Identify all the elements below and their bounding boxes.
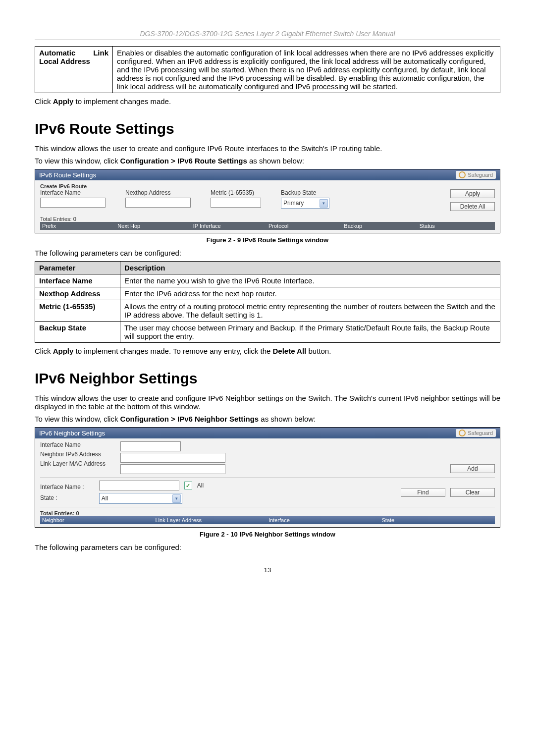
safeguard-label: Safeguard — [468, 430, 493, 436]
ipv6-neighbor-title: IPv6 Neighbor Settings — [35, 370, 500, 387]
neighbor-params-intro: The following parameters can be configur… — [35, 543, 500, 551]
breadcrumb: Configuration > IPv6 Neighbor Settings — [120, 415, 259, 423]
col-backup: Backup — [344, 223, 417, 229]
neighbor-screenshot: IPv6 Neighbor Settings Safeguard Interfa… — [35, 427, 500, 528]
route-fig-caption: Figure 2 - 9 IPv6 Route Settings window — [35, 236, 500, 244]
auto-link-param: Automatic Link Local Address — [35, 47, 113, 93]
panel-title: IPv6 Neighbor Settings — [39, 430, 105, 437]
ifname2-label: Interface Name : — [40, 484, 84, 490]
apply-word: Apply — [53, 97, 74, 106]
backup-select-value: Primary — [283, 200, 304, 207]
panel-title: IPv6 Route Settings — [39, 171, 96, 179]
ifname-label: Interface Name — [40, 441, 106, 448]
safeguard-label: Safeguard — [468, 172, 493, 178]
route-apply-note: Click Apply to implement changes made. T… — [35, 347, 500, 355]
mac-label: Link Layer MAC Address — [40, 460, 106, 467]
nexthop-label: Nexthop Address — [125, 189, 191, 196]
text: Click — [35, 347, 53, 355]
chevron-down-icon: ▾ — [320, 199, 328, 208]
text: To view this window, click — [35, 415, 120, 423]
apply-note-1: Click Apply to implement changes made. — [35, 97, 500, 106]
ifname2-input[interactable] — [99, 481, 179, 490]
route-screenshot: IPv6 Route Settings Safeguard Create IPv… — [35, 169, 500, 233]
param-name: Nexthop Address — [35, 287, 120, 300]
safeguard-icon — [459, 430, 466, 436]
safeguard-badge: Safeguard — [456, 429, 496, 437]
backup-label: Backup State — [281, 189, 329, 196]
text: button. — [306, 347, 331, 355]
col-protocol: Protocol — [268, 223, 342, 229]
neighbor-ip-input[interactable] — [120, 453, 225, 463]
param-desc: Allows the entry of a routing protocol m… — [120, 300, 500, 322]
nexthop-input[interactable] — [125, 198, 191, 208]
text: as shown below: — [247, 157, 304, 165]
create-route-label: Create IPv6 Route — [40, 183, 495, 189]
ifname-label: Interface Name — [40, 189, 106, 196]
neighbor-view: To view this window, click Configuration… — [35, 415, 500, 423]
find-button[interactable]: Find — [401, 488, 445, 497]
total-entries: Total Entries: 0 — [40, 510, 495, 516]
table-row: Metric (1-65535) Allows the entry of a r… — [35, 300, 500, 322]
col-lla: Link Layer Address — [156, 517, 267, 523]
safeguard-icon — [459, 171, 466, 178]
param-desc: The user may choose between Primary and … — [120, 322, 500, 343]
col-state: State — [382, 517, 493, 523]
neighbor-fig-caption: Figure 2 - 10 IPv6 Neighbor Settings win… — [35, 531, 500, 538]
param-name: Backup State — [35, 322, 120, 343]
neighbor-intro: This window allows the user to create an… — [35, 394, 500, 411]
table-row: Nexthop Address Enter the IPv6 address f… — [35, 287, 500, 300]
col-parameter: Parameter — [35, 262, 120, 274]
delete-all-word: Delete All — [272, 347, 306, 355]
text: to implement changes made. — [73, 97, 171, 106]
route-view: To view this window, click Configuration… — [35, 157, 500, 165]
neighbor-table-header: Neighbor Link Layer Address Interface St… — [40, 516, 495, 524]
all-checkbox[interactable]: ✓ — [184, 482, 192, 489]
breadcrumb: Configuration > IPv6 Route Settings — [120, 157, 247, 165]
table-row: Backup State The user may choose between… — [35, 322, 500, 343]
metric-label: Metric (1-65535) — [211, 189, 261, 196]
safeguard-badge: Safeguard — [456, 171, 496, 179]
chevron-down-icon: ▾ — [172, 494, 181, 503]
text: to implement changes made. To remove any… — [73, 347, 272, 355]
ipv6-route-title: IPv6 Route Settings — [35, 120, 500, 137]
mac-input[interactable] — [120, 464, 225, 474]
state-label: State : — [40, 494, 84, 501]
text: To view this window, click — [35, 157, 120, 165]
route-params-table: Parameter Description Interface Name Ent… — [35, 261, 500, 343]
param-desc: Enter the name you wish to give the IPv6… — [120, 274, 500, 287]
auto-link-desc: Enables or disables the automatic config… — [113, 47, 500, 93]
neighbor-ip-label: Neighbor IPv6 Address — [40, 451, 106, 458]
col-description: Description — [120, 262, 500, 274]
auto-link-table: Automatic Link Local Address Enables or … — [35, 46, 500, 93]
all-label: All — [197, 482, 204, 489]
col-ipif: IP Inferface — [193, 223, 267, 229]
col-nexthop: Next Hop — [117, 223, 191, 229]
add-button[interactable]: Add — [450, 464, 495, 473]
clear-button[interactable]: Clear — [450, 488, 495, 497]
delete-all-button[interactable]: Delete All — [450, 202, 495, 211]
route-table-header: Prefix Next Hop IP Inferface Protocol Ba… — [40, 222, 495, 230]
backup-select[interactable]: Primary ▾ — [281, 198, 329, 209]
text: as shown below: — [259, 415, 316, 423]
total-entries: Total Entries: 0 — [40, 214, 495, 222]
page-number: 13 — [35, 566, 500, 574]
state-select[interactable]: All ▾ — [99, 493, 182, 504]
state-select-value: All — [102, 495, 108, 502]
param-name: Metric (1-65535) — [35, 300, 120, 322]
metric-input[interactable] — [211, 198, 261, 208]
col-interface: Interface — [268, 517, 380, 523]
apply-button[interactable]: Apply — [450, 189, 495, 198]
col-neighbor: Neighbor — [42, 517, 154, 523]
text: Click — [35, 97, 53, 106]
apply-word: Apply — [53, 347, 74, 355]
ifname-input[interactable] — [40, 198, 106, 208]
param-name: Interface Name — [35, 274, 120, 287]
doc-header: DGS-3700-12/DGS-3700-12G Series Layer 2 … — [35, 30, 500, 40]
route-intro: This window allows the user to create an… — [35, 144, 500, 153]
col-status: Status — [420, 223, 493, 229]
ifname-input[interactable] — [120, 441, 181, 451]
col-prefix: Prefix — [42, 223, 115, 229]
route-params-intro: The following parameters can be configur… — [35, 249, 500, 257]
table-row: Interface Name Enter the name you wish t… — [35, 274, 500, 287]
param-desc: Enter the IPv6 address for the next hop … — [120, 287, 500, 300]
